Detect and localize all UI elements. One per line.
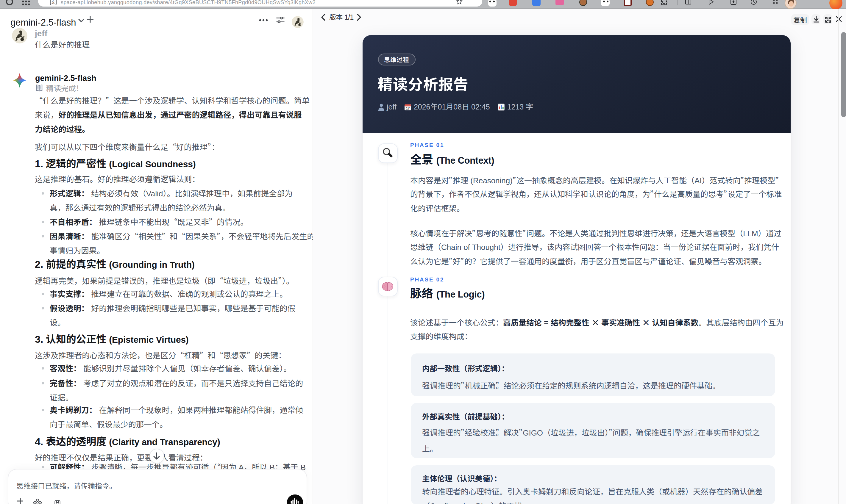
svg-text:文: 文: [51, 0, 56, 4]
svg-text:17: 17: [406, 106, 410, 110]
